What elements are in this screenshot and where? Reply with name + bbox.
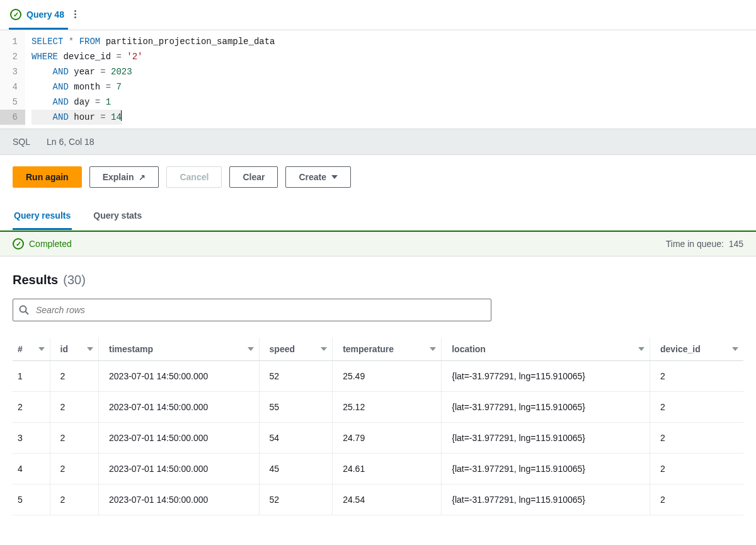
results-title-text: Results — [13, 273, 58, 287]
cell-location: {lat=-31.977291, lng=115.910065} — [442, 485, 650, 515]
cell-timestamp: 2023-07-01 14:50:00.000 — [99, 485, 260, 515]
cell-n: 2 — [13, 392, 50, 423]
editor-cursor-pos: Ln 6, Col 18 — [47, 137, 94, 147]
table-row[interactable]: 222023-07-01 14:50:00.0005525.12{lat=-31… — [13, 392, 743, 423]
cell-temperature: 25.12 — [333, 392, 442, 423]
gutter-line: 4 — [6, 79, 18, 95]
cell-speed: 52 — [259, 485, 333, 515]
cell-id: 2 — [50, 485, 98, 515]
results-search — [13, 299, 491, 321]
cell-n: 1 — [13, 361, 50, 392]
create-button[interactable]: Create — [285, 166, 351, 188]
create-label: Create — [299, 172, 326, 182]
editor-language: SQL — [13, 137, 30, 147]
column-header[interactable]: id — [50, 338, 98, 361]
cell-id: 2 — [50, 361, 98, 392]
cell-temperature: 25.49 — [333, 361, 442, 392]
status-text: Completed — [29, 239, 72, 249]
table-row[interactable]: 322023-07-01 14:50:00.0005424.79{lat=-31… — [13, 423, 743, 454]
editor-gutter: 123456 — [0, 30, 25, 129]
column-label: location — [452, 344, 486, 354]
column-header[interactable]: location — [442, 338, 650, 361]
column-header[interactable]: device_id — [650, 338, 743, 361]
table-row[interactable]: 522023-07-01 14:50:00.0005224.54{lat=-31… — [13, 485, 743, 515]
status-banner: ✓ Completed Time in queue: 145 — [0, 231, 756, 256]
column-header[interactable]: temperature — [333, 338, 442, 361]
check-circle-icon: ✓ — [10, 9, 21, 20]
cell-n: 3 — [13, 423, 50, 454]
cell-speed: 52 — [259, 361, 333, 392]
cell-temperature: 24.61 — [333, 454, 442, 485]
results-title: Results (30) — [13, 273, 743, 287]
cell-timestamp: 2023-07-01 14:50:00.000 — [99, 423, 260, 454]
table-row[interactable]: 422023-07-01 14:50:00.0004524.61{lat=-31… — [13, 454, 743, 485]
code-line[interactable]: SELECT * FROM partition_projection_sampl… — [32, 34, 750, 49]
query-tab-active[interactable]: ✓ Query 48 — [9, 6, 68, 30]
code-line[interactable]: AND year = 2023 — [32, 64, 750, 79]
cell-timestamp: 2023-07-01 14:50:00.000 — [99, 392, 260, 423]
query-tabs: ✓ Query 48 — [0, 0, 756, 30]
column-header[interactable]: speed — [259, 338, 333, 361]
sort-caret-icon[interactable] — [638, 347, 644, 351]
cell-timestamp: 2023-07-01 14:50:00.000 — [99, 361, 260, 392]
cell-speed: 45 — [259, 454, 333, 485]
query-tab-label: Query 48 — [26, 9, 64, 20]
cell-location: {lat=-31.977291, lng=115.910065} — [442, 361, 650, 392]
cell-n: 4 — [13, 454, 50, 485]
gutter-line: 2 — [6, 49, 18, 64]
column-header[interactable]: timestamp — [99, 338, 260, 361]
code-line[interactable]: AND day = 1 — [32, 95, 750, 110]
gutter-line: 6 — [0, 110, 25, 125]
clear-button[interactable]: Clear — [229, 166, 278, 188]
queue-time: Time in queue: 145 — [666, 239, 743, 249]
sort-caret-icon[interactable] — [38, 347, 45, 351]
gutter-line: 1 — [6, 34, 18, 49]
gutter-line: 5 — [6, 95, 18, 110]
column-label: id — [60, 344, 68, 354]
run-again-button[interactable]: Run again — [13, 166, 82, 188]
external-link-icon: ↗ — [139, 173, 146, 182]
sort-caret-icon[interactable] — [430, 347, 436, 351]
check-circle-icon: ✓ — [13, 238, 24, 250]
column-label: timestamp — [109, 344, 153, 354]
cell-speed: 54 — [259, 423, 333, 454]
sort-caret-icon[interactable] — [87, 347, 93, 351]
cell-location: {lat=-31.977291, lng=115.910065} — [442, 454, 650, 485]
cell-device_id: 2 — [650, 485, 743, 515]
explain-button[interactable]: Explain ↗ — [89, 166, 159, 188]
cell-speed: 55 — [259, 392, 333, 423]
action-bar: Run again Explain ↗ Cancel Clear Create — [0, 155, 756, 203]
cell-id: 2 — [50, 454, 98, 485]
editor-code[interactable]: SELECT * FROM partition_projection_sampl… — [25, 30, 756, 129]
queue-time-value: 145 — [729, 239, 743, 249]
gutter-line: 3 — [6, 64, 18, 79]
cell-device_id: 2 — [650, 361, 743, 392]
code-line[interactable]: AND hour = 14 — [32, 110, 750, 125]
sort-caret-icon[interactable] — [248, 347, 254, 351]
tab-query-results[interactable]: Query results — [13, 203, 72, 230]
queue-time-label: Time in queue: — [666, 239, 724, 249]
search-input[interactable] — [13, 299, 491, 321]
cell-temperature: 24.54 — [333, 485, 442, 515]
kebab-icon[interactable] — [72, 10, 79, 26]
sort-caret-icon[interactable] — [732, 347, 738, 351]
tab-query-stats[interactable]: Query stats — [92, 203, 143, 230]
sql-editor[interactable]: 123456 SELECT * FROM partition_projectio… — [0, 30, 756, 129]
sort-caret-icon[interactable] — [321, 347, 327, 351]
cell-id: 2 — [50, 392, 98, 423]
editor-statusbar: SQL Ln 6, Col 18 — [0, 129, 756, 155]
cell-device_id: 2 — [650, 392, 743, 423]
cell-id: 2 — [50, 423, 98, 454]
table-row[interactable]: 122023-07-01 14:50:00.0005225.49{lat=-31… — [13, 361, 743, 392]
results-table: #idtimestampspeedtemperaturelocationdevi… — [13, 338, 743, 515]
cell-timestamp: 2023-07-01 14:50:00.000 — [99, 454, 260, 485]
results-count: (30) — [63, 273, 86, 287]
results-tabs: Query results Query stats — [0, 203, 756, 231]
column-header[interactable]: # — [13, 338, 50, 361]
code-line[interactable]: WHERE device_id = '2' — [32, 49, 750, 64]
cell-location: {lat=-31.977291, lng=115.910065} — [442, 392, 650, 423]
column-label: speed — [270, 344, 295, 354]
cell-n: 5 — [13, 485, 50, 515]
code-line[interactable]: AND month = 7 — [32, 79, 750, 95]
cell-location: {lat=-31.977291, lng=115.910065} — [442, 423, 650, 454]
